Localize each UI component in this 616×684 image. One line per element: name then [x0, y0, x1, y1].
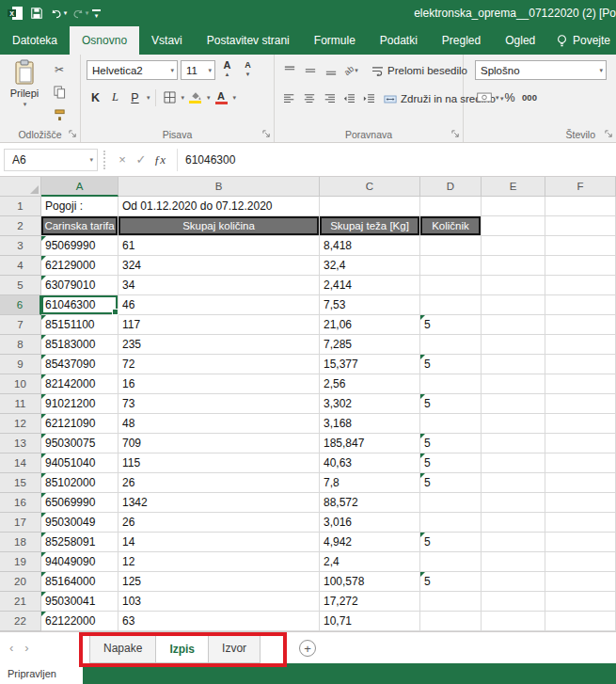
paste-button[interactable]: Prilepi ▾ — [5, 59, 44, 108]
cell-B13[interactable]: 709 — [118, 434, 320, 453]
cell-D19[interactable] — [420, 552, 482, 572]
row-header-12[interactable]: 12 — [0, 414, 41, 434]
cell-D14[interactable]: 5 — [420, 453, 482, 473]
cell-E3[interactable] — [482, 236, 545, 256]
cell-A15[interactable]: 85102000 — [41, 473, 118, 493]
number-format-combo[interactable]: Splošno ▾ — [475, 60, 607, 80]
customize-qat-icon[interactable]: ▾ — [92, 9, 101, 18]
borders-icon[interactable] — [161, 87, 179, 107]
number-dialog-launcher-icon[interactable] — [605, 130, 613, 138]
cell-F20[interactable] — [545, 572, 616, 592]
row-header-10[interactable]: 10 — [0, 374, 41, 394]
cell-D1[interactable] — [420, 197, 482, 216]
cell-E11[interactable] — [482, 394, 545, 414]
row-header-20[interactable]: 20 — [0, 572, 41, 592]
cell-E4[interactable] — [482, 256, 545, 276]
cell-C20[interactable]: 100,578 — [320, 572, 420, 592]
cell-D9[interactable]: 5 — [420, 355, 482, 374]
align-left-icon[interactable] — [280, 89, 298, 109]
column-header-d[interactable]: D — [420, 177, 482, 197]
cell-B19[interactable]: 12 — [118, 552, 320, 572]
save-icon[interactable] — [27, 3, 46, 24]
bold-button[interactable]: K — [87, 87, 104, 107]
cell-F13[interactable] — [545, 434, 616, 453]
percent-style-button[interactable]: % — [501, 87, 519, 107]
font-size-combo[interactable]: 11 ▾ — [181, 60, 215, 80]
cell-B16[interactable]: 1342 — [118, 493, 320, 513]
cell-E7[interactable] — [482, 315, 545, 335]
cell-A12[interactable]: 62121090 — [41, 414, 118, 434]
paste-dropdown-icon[interactable]: ▾ — [24, 101, 27, 108]
cell-D2[interactable]: Količnik — [420, 216, 482, 236]
align-center-icon[interactable] — [300, 89, 318, 109]
cell-B21[interactable]: 103 — [118, 592, 320, 612]
cell-D7[interactable]: 5 — [420, 315, 482, 335]
cell-C7[interactable]: 21,06 — [320, 315, 420, 335]
accounting-dropdown-icon[interactable]: ▾ — [496, 94, 499, 102]
cell-C15[interactable]: 7,8 — [320, 473, 420, 493]
cell-E22[interactable] — [482, 612, 545, 631]
cell-D18[interactable]: 5 — [420, 533, 482, 552]
insert-function-icon[interactable]: ƒx — [150, 149, 169, 171]
cell-C21[interactable]: 17,272 — [320, 592, 420, 612]
cell-A19[interactable]: 94049090 — [41, 552, 118, 572]
cell-D12[interactable] — [420, 414, 482, 434]
cell-A22[interactable]: 62122000 — [41, 612, 118, 631]
row-header-19[interactable]: 19 — [0, 552, 41, 572]
cell-C13[interactable]: 185,847 — [320, 434, 420, 453]
cell-D22[interactable] — [420, 612, 482, 631]
cell-C8[interactable]: 7,285 — [320, 335, 420, 355]
cell-B4[interactable]: 324 — [118, 256, 320, 276]
cell-E13[interactable] — [482, 434, 545, 453]
cell-A5[interactable]: 63079010 — [41, 276, 118, 295]
cell-E6[interactable] — [482, 295, 545, 315]
copy-icon[interactable] — [49, 85, 70, 100]
cell-B10[interactable]: 16 — [118, 374, 320, 394]
sheet-nav-left-icon[interactable]: ‹ — [9, 641, 13, 655]
cell-E15[interactable] — [482, 473, 545, 493]
sheet-tab-izvor[interactable]: Izvor — [208, 634, 261, 663]
row-header-16[interactable]: 16 — [0, 493, 41, 513]
cell-B17[interactable]: 26 — [118, 513, 320, 533]
cell-A4[interactable]: 62129000 — [41, 256, 118, 276]
cell-E8[interactable] — [482, 335, 545, 355]
column-header-b[interactable]: B — [118, 177, 320, 197]
cell-F7[interactable] — [545, 315, 616, 335]
clipboard-dialog-launcher-icon[interactable] — [69, 130, 77, 138]
cell-E17[interactable] — [482, 513, 545, 533]
cell-E18[interactable] — [482, 533, 545, 552]
cell-E20[interactable] — [482, 572, 545, 592]
cell-C17[interactable]: 3,016 — [320, 513, 420, 533]
cell-E19[interactable] — [482, 552, 545, 572]
cell-A3[interactable]: 95069990 — [41, 236, 118, 256]
cell-F2[interactable] — [545, 216, 616, 236]
cell-B9[interactable]: 72 — [118, 355, 320, 374]
cell-A9[interactable]: 85437090 — [41, 355, 118, 374]
row-header-2[interactable]: 2 — [0, 216, 41, 236]
cell-D20[interactable]: 5 — [420, 572, 482, 592]
cell-D6[interactable] — [420, 295, 482, 315]
format-painter-icon[interactable] — [49, 107, 70, 122]
cell-D4[interactable] — [420, 256, 482, 276]
cell-B8[interactable]: 235 — [118, 335, 320, 355]
underline-dropdown-icon[interactable]: ▾ — [147, 94, 150, 102]
tab-vstavi[interactable]: Vstavi — [139, 26, 195, 55]
cell-D3[interactable] — [420, 236, 482, 256]
cell-B2[interactable]: Skupaj količina — [118, 216, 320, 236]
row-header-5[interactable]: 5 — [0, 276, 41, 295]
cell-D17[interactable] — [420, 513, 482, 533]
row-header-4[interactable]: 4 — [0, 256, 41, 276]
cell-C3[interactable]: 8,418 — [320, 236, 420, 256]
cell-F9[interactable] — [545, 355, 616, 374]
decrease-font-icon[interactable]: A▼ — [239, 60, 257, 80]
cell-D16[interactable] — [420, 493, 482, 513]
row-header-21[interactable]: 21 — [0, 592, 41, 612]
sheet-tab-napake[interactable]: Napake — [89, 634, 156, 663]
formula-input[interactable]: 61046300 — [185, 153, 235, 167]
cell-A10[interactable]: 82142000 — [41, 374, 118, 394]
cut-icon[interactable]: ✂ — [49, 62, 70, 77]
cell-C2[interactable]: Skupaj teža [Kg] — [320, 216, 420, 236]
row-header-3[interactable]: 3 — [0, 236, 41, 256]
cell-B3[interactable]: 61 — [118, 236, 320, 256]
cell-F19[interactable] — [545, 552, 616, 572]
